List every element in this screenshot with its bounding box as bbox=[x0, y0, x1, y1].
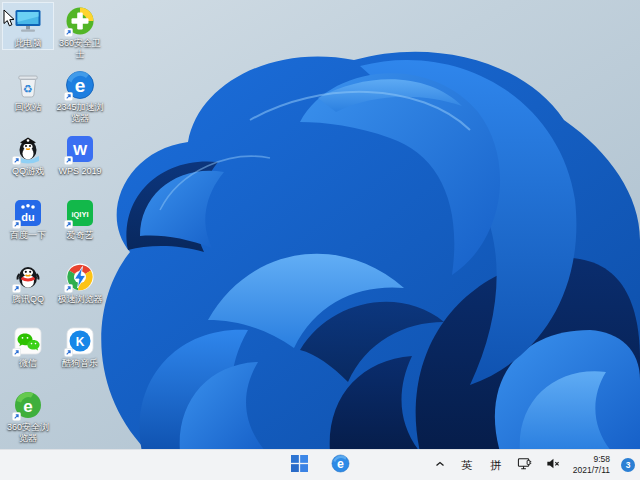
ethernet-network-icon bbox=[517, 456, 532, 475]
shortcut-arrow-icon bbox=[64, 92, 73, 101]
svg-text:W: W bbox=[73, 141, 88, 158]
shortcut-arrow-icon bbox=[12, 220, 21, 229]
iqiyi-icon: iQIYI bbox=[64, 197, 96, 229]
desktop-icon-speed-browser[interactable]: 极速浏览器 bbox=[54, 258, 106, 306]
desktop-icon-label: 酷狗音乐 bbox=[55, 358, 105, 369]
desktop-icon-recycle-bin[interactable]: ♻回收站 bbox=[2, 66, 54, 114]
tray-overflow-button[interactable] bbox=[432, 454, 448, 476]
baidu-search-icon: du bbox=[12, 197, 44, 229]
desktop-icon-label: 极速浏览器 bbox=[55, 294, 105, 305]
shortcut-arrow-icon bbox=[64, 348, 73, 357]
notification-badge[interactable]: 3 bbox=[621, 458, 635, 472]
360-safe-browser-icon: e bbox=[12, 389, 44, 421]
clock-date: 2021/7/11 bbox=[573, 465, 610, 476]
desktop-icon-wechat[interactable]: 微信 bbox=[2, 322, 54, 370]
2345-browser-icon: e bbox=[64, 69, 96, 101]
desktop-icon-label: 回收站 bbox=[3, 102, 53, 113]
this-pc-icon bbox=[12, 5, 44, 37]
desktop-icon-360-safe-browser[interactable]: e360安全浏览器 bbox=[2, 386, 54, 445]
shortcut-arrow-icon bbox=[12, 348, 21, 357]
svg-text:du: du bbox=[21, 211, 34, 223]
volume-button[interactable] bbox=[543, 454, 562, 476]
desktop-icon-label: 2345加速浏览器 bbox=[55, 102, 105, 124]
desktop-icon-label: 百度一下 bbox=[3, 230, 53, 241]
shortcut-arrow-icon bbox=[12, 156, 21, 165]
desktop-icon-tencent-qq[interactable]: 腾讯QQ bbox=[2, 258, 54, 306]
desktop-icon-label: WPS 2019 bbox=[55, 166, 105, 177]
shortcut-arrow-icon bbox=[64, 156, 73, 165]
svg-text:e: e bbox=[75, 75, 86, 96]
start-button[interactable] bbox=[287, 452, 313, 478]
ime-english-indicator[interactable]: 英 bbox=[457, 454, 477, 476]
desktop-icon-2345-browser[interactable]: e2345加速浏览器 bbox=[54, 66, 106, 125]
desktop-icon-label: 腾讯QQ bbox=[3, 294, 53, 305]
svg-text:iQIYI: iQIYI bbox=[71, 210, 88, 219]
pinned-browser-button[interactable]: e bbox=[328, 452, 354, 478]
qq-games-icon bbox=[12, 133, 44, 165]
desktop-icon-qq-games[interactable]: QQ游戏 bbox=[2, 130, 54, 178]
shortcut-arrow-icon bbox=[64, 284, 73, 293]
volume-muted-icon bbox=[545, 456, 560, 475]
system-tray: 英 拼 bbox=[432, 450, 635, 480]
svg-text:e: e bbox=[337, 457, 344, 471]
wps-2019-icon: W bbox=[64, 133, 96, 165]
desktop-icon-360-safe-guard[interactable]: 360安全卫士 bbox=[54, 2, 106, 61]
desktop-icon-iqiyi[interactable]: iQIYI爱奇艺 bbox=[54, 194, 106, 242]
desktop-icon-label: 360安全浏览器 bbox=[3, 422, 53, 444]
windows-logo-icon bbox=[291, 455, 308, 476]
svg-text:K: K bbox=[76, 335, 85, 349]
desktop-icon-wps-2019[interactable]: WWPS 2019 bbox=[54, 130, 106, 178]
shortcut-arrow-icon bbox=[64, 28, 73, 37]
taskbar-clock[interactable]: 9:58 2021/7/11 bbox=[571, 454, 612, 476]
desktop-icon-label: QQ游戏 bbox=[3, 166, 53, 177]
360-safe-guard-icon bbox=[64, 5, 96, 37]
desktop[interactable]: 此电脑360安全卫士♻回收站e2345加速浏览器QQ游戏WWPS 2019du百… bbox=[0, 0, 640, 480]
taskbar: e 英 拼 bbox=[0, 449, 640, 480]
desktop-icon-label: 此电脑 bbox=[3, 38, 53, 49]
shortcut-arrow-icon bbox=[12, 412, 21, 421]
network-button[interactable] bbox=[515, 454, 534, 476]
svg-text:♻: ♻ bbox=[23, 83, 33, 95]
desktop-icon-baidu-search[interactable]: du百度一下 bbox=[2, 194, 54, 242]
tencent-qq-icon bbox=[12, 261, 44, 293]
shortcut-arrow-icon bbox=[64, 220, 73, 229]
clock-time: 9:58 bbox=[573, 454, 610, 465]
desktop-icon-label: 微信 bbox=[3, 358, 53, 369]
desktop-icon-label: 爱奇艺 bbox=[55, 230, 105, 241]
recycle-bin-icon: ♻ bbox=[12, 69, 44, 101]
kugou-music-icon: K bbox=[64, 325, 96, 357]
desktop-icon-label: 360安全卫士 bbox=[55, 38, 105, 60]
svg-text:e: e bbox=[23, 397, 32, 416]
wechat-icon bbox=[12, 325, 44, 357]
shortcut-arrow-icon bbox=[12, 284, 21, 293]
browser-e-icon: e bbox=[331, 454, 350, 477]
ime-pinyin-indicator[interactable]: 拼 bbox=[486, 454, 506, 476]
desktop-icon-grid: 此电脑360安全卫士♻回收站e2345加速浏览器QQ游戏WWPS 2019du百… bbox=[0, 0, 120, 450]
speed-browser-icon bbox=[64, 261, 96, 293]
chevron-up-icon bbox=[434, 456, 446, 474]
desktop-icon-this-pc[interactable]: 此电脑 bbox=[2, 2, 54, 50]
desktop-icon-kugou-music[interactable]: K酷狗音乐 bbox=[54, 322, 106, 370]
